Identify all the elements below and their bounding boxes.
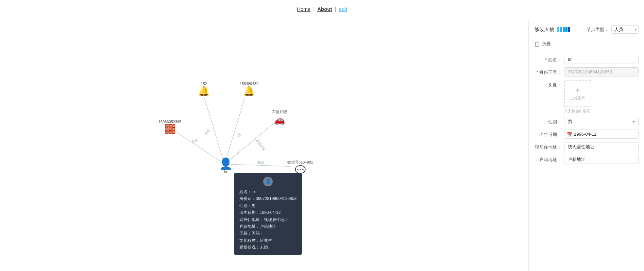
node-phone1[interactable]: 152 🔔 xyxy=(198,81,210,96)
form-section: * 姓名： * 身份证号： 头像： + 上传图片 只支持.jpg 格式 性别： … xyxy=(529,49,644,183)
domicile-input[interactable] xyxy=(564,155,639,164)
form-row-birth: 出生日期： 📅 xyxy=(534,130,639,139)
calendar-icon: 📅 xyxy=(567,132,572,137)
residence-input[interactable] xyxy=(564,142,639,151)
nav-bar: Home | About | edit xyxy=(0,0,644,15)
node-lrr[interactable]: 👤 lrr xyxy=(219,158,233,174)
node-type-wrapper[interactable]: 人员 xyxy=(611,25,639,34)
form-row-gender: 性别： 男 女 xyxy=(534,117,639,126)
stripe-5 xyxy=(568,27,570,32)
residence-label: 现居住地址： xyxy=(534,142,561,150)
date-wrapper: 📅 xyxy=(564,130,639,139)
sidebar-header: 修改人物 节点类型： 人员 xyxy=(529,20,644,37)
form-row-residence: 现居住地址： xyxy=(534,142,639,151)
svg-line-4 xyxy=(224,164,290,167)
node-phone3-label: 15986052395 xyxy=(158,120,181,124)
nav-edit[interactable]: edit xyxy=(339,6,347,12)
nav-sep1: | xyxy=(313,6,315,12)
collapse-label: 折叠 xyxy=(542,41,551,47)
graph-canvas: 手机 纬 手机 车牌关联 微信 👤 lrr 152 🔔 156489489 🔔 … xyxy=(0,20,391,271)
sidebar-title: 修改人物 xyxy=(534,26,555,33)
node-lrr-label: lrr xyxy=(224,170,227,174)
tooltip-gender: 性别：男 xyxy=(239,202,296,209)
graph-svg: 手机 纬 手机 车牌关联 微信 xyxy=(0,20,391,271)
upload-text: 上传图片 xyxy=(570,96,585,101)
birth-input[interactable] xyxy=(564,130,639,139)
nav-home[interactable]: Home xyxy=(297,6,310,12)
name-input[interactable] xyxy=(564,55,639,64)
edge-label-phone3: 手机 xyxy=(191,138,199,144)
tooltip-id: 身份证：360728199604120853 xyxy=(239,195,296,202)
edge-label-car: 车牌关联 xyxy=(255,138,266,152)
stripe-4 xyxy=(565,27,567,32)
tooltip-residence: 现居住地址：线现居住地址 xyxy=(239,216,296,223)
node-phone3[interactable]: 15986052395 🧱 xyxy=(158,119,181,133)
form-row-avatar: 头像： + 上传图片 只支持.jpg 格式 xyxy=(534,80,639,114)
upload-box[interactable]: + 上传图片 xyxy=(564,80,591,107)
tooltip-domicile: 户籍地址：户籍地址 xyxy=(239,223,296,230)
gender-label: 性别： xyxy=(534,117,561,125)
tooltip-nationality: 国籍：国籍： xyxy=(239,230,296,237)
node-car[interactable]: 车排好嗯 🚗 xyxy=(272,109,287,124)
gender-select[interactable]: 男 女 xyxy=(564,117,639,126)
upload-hint: 只支持.jpg 格式 xyxy=(564,108,591,114)
resize-handle[interactable] xyxy=(529,20,530,271)
stripe-1 xyxy=(557,27,559,32)
form-row-name: * 姓名： xyxy=(534,55,639,64)
domicile-label: 户籍地址： xyxy=(534,155,561,163)
form-bottom-spacer xyxy=(534,167,639,181)
id-label: * 身份证号： xyxy=(534,67,561,75)
node-type-label: 节点类型： xyxy=(587,27,609,33)
name-label: * 姓名： xyxy=(534,55,561,63)
edge-label-wechat: 微信 xyxy=(257,160,264,164)
node-phone2[interactable]: 156489489 🔔 xyxy=(240,81,258,96)
tooltip-marriage: 婚姻状况：未婚 xyxy=(239,244,296,251)
avatar-label: 头像： xyxy=(534,80,561,88)
node-car-label: 车排好嗯 xyxy=(272,109,287,115)
birth-label: 出生日期： xyxy=(534,130,561,138)
svg-line-1 xyxy=(224,97,245,164)
stripe-3 xyxy=(563,27,565,32)
tooltip-name: 姓名：lrr xyxy=(239,188,296,195)
id-input[interactable] xyxy=(564,67,639,77)
collapse-icon: 📋 xyxy=(534,41,540,47)
nav-sep2: | xyxy=(335,6,336,12)
edge-label-phone1: 手机 xyxy=(204,128,210,136)
form-row-domicile: 户籍地址： xyxy=(534,155,639,164)
node-wechat-label: 微信号5164981 xyxy=(287,160,313,165)
nav-about[interactable]: About xyxy=(317,6,332,12)
node-wechat[interactable]: 微信号5164981 💬 xyxy=(287,159,313,174)
node-phone1-label: 152 xyxy=(201,82,207,86)
node-tooltip: 👤 姓名：lrr 身份证：360728199604120853 性别：男 出生日… xyxy=(234,173,302,255)
svg-line-3 xyxy=(224,120,278,164)
sidebar-panel: 修改人物 节点类型： 人员 📋 折叠 * 姓名： * 身份证号： xyxy=(528,20,644,271)
upload-plus: + xyxy=(576,87,580,94)
tooltip-birth: 出生日期：1996-04-12 xyxy=(239,209,296,216)
edge-label-phone2: 纬 xyxy=(237,133,241,137)
form-row-id: * 身份证号： xyxy=(534,67,639,77)
sidebar-stripes xyxy=(557,27,570,32)
node-phone2-label: 156489489 xyxy=(240,82,258,86)
stripe-2 xyxy=(560,27,562,32)
node-type-select[interactable]: 人员 xyxy=(611,25,639,34)
tooltip-avatar: 👤 xyxy=(263,177,273,186)
collapse-button[interactable]: 📋 折叠 xyxy=(529,37,644,49)
tooltip-education: 文化程度：研究生 xyxy=(239,237,296,244)
